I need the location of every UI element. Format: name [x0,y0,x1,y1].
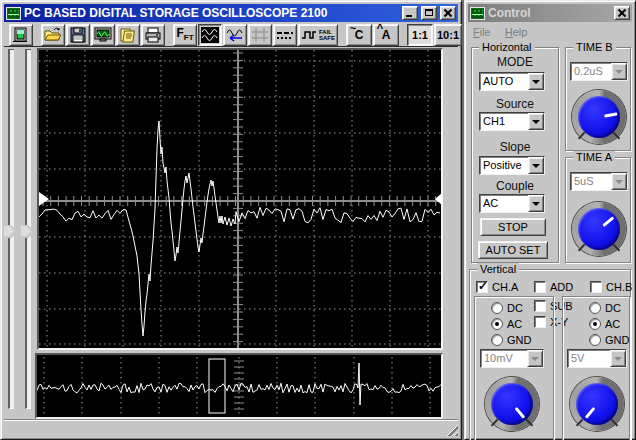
temperature-button[interactable]: ~C [346,24,372,46]
ch-b-subgroup: DC AC GND 5V [562,296,630,440]
radio-circle[interactable] [491,334,503,346]
time-b-knob[interactable] [572,90,626,144]
dropdown-arrow-icon [527,350,543,367]
dropdown-arrow-icon[interactable] [528,73,544,90]
copy-button[interactable] [116,24,140,46]
radio-circle[interactable] [491,318,503,330]
time-a-caption: TIME A [573,151,615,163]
ch-a-knob[interactable] [485,377,539,431]
menu-bar: File Help [469,23,631,40]
notes-icon [119,27,137,43]
ch-a-position-slider-thumb[interactable] [3,225,18,238]
maximize-button[interactable] [421,6,437,20]
mode-value: AUTO [480,73,528,90]
checkbox-box[interactable] [476,281,488,293]
time-b-group: TIME B 0.2uS [565,47,631,151]
add-checkbox-label: ADD [550,281,573,293]
app-icon [6,7,21,20]
time-a-group: TIME A 5uS [565,157,631,263]
oscilloscope-window: PC BASED DIGITAL STORAGE OSCILLOSCOPE 21… [0,0,462,440]
ratio-1-1-label: 1:1 [412,29,428,41]
control-close-button[interactable] [614,6,630,20]
dropdown-arrow-icon[interactable] [528,113,544,130]
minimize-button[interactable] [402,6,418,20]
control-title-bar[interactable]: Control [468,4,632,22]
menu-help[interactable]: Help [505,26,528,38]
time-b-value: 0.2uS [571,63,611,80]
failsafe-button[interactable]: FAILSAFE [298,24,338,46]
dropdown-arrow-icon[interactable] [528,157,544,174]
maximize-icon [425,9,433,16]
checkbox-box[interactable] [590,281,602,293]
ch-b-checkbox[interactable]: CH.B [590,280,632,293]
ch-b-gnd-label: GND [605,334,629,346]
exit-button[interactable] [9,24,33,46]
stop-button[interactable]: STOP [480,218,546,236]
ch-b-knob[interactable] [570,377,624,431]
ch-a-dc-radio[interactable]: DC [491,301,523,314]
display-settings-button[interactable] [91,24,115,46]
ch-a-range-select: 10mV [480,349,544,368]
dropdown-arrow-icon [610,350,626,367]
ch-b-dc-radio[interactable]: DC [589,301,621,314]
title-bar[interactable]: PC BASED DIGITAL STORAGE OSCILLOSCOPE 21… [4,4,458,22]
ch-a-gnd-radio[interactable]: GND [491,333,531,346]
close-button[interactable] [440,6,456,20]
ratio-1-1-button[interactable]: 1:1 [407,24,433,46]
mode-select[interactable]: AUTO [479,72,545,91]
grid-icon [251,27,269,43]
open-button[interactable] [41,24,65,46]
dashed-line-icon [276,27,294,43]
grid-toggle-button[interactable] [248,24,272,46]
fft-button[interactable]: FFT [173,24,197,46]
main-waveform-plot [39,50,441,348]
waveform-display-button[interactable] [198,24,222,46]
ch-b-range-select: 5V [567,349,627,368]
zoom-selection-rect[interactable] [209,359,225,413]
ch-a-subgroup: DC AC GND 10mV [474,296,554,440]
failsafe-label: FAILSAFE [319,29,335,41]
add-checkbox[interactable]: ADD [534,280,573,293]
minimize-icon [406,15,412,17]
resize-grip[interactable] [445,423,458,436]
ch-a-ac-radio[interactable]: AC [491,317,522,330]
radio-circle[interactable] [589,318,601,330]
radio-circle[interactable] [491,302,503,314]
save-icon [70,27,86,43]
monitor-icon [94,27,112,43]
zoom-display[interactable] [35,353,443,419]
ratio-10-1-button[interactable]: 10:1 [434,24,462,46]
zoom-waveform-plot[interactable] [37,355,441,417]
checkbox-box[interactable] [534,281,546,293]
slope-select[interactable]: Positive [479,156,545,175]
square-wave-icon [301,28,317,42]
save-button[interactable] [66,24,90,46]
dotted-line-button[interactable] [273,24,297,46]
ch-b-checkbox-label: CH.B [606,281,632,293]
couple-select[interactable]: AC [479,194,545,213]
source-label: Source [472,97,558,111]
fft-icon: FFT [176,28,193,43]
auto-set-button[interactable]: AUTO SET [478,241,548,259]
dropdown-arrow-icon[interactable] [528,195,544,212]
amplitude-button[interactable]: ^A [373,24,399,46]
menu-file[interactable]: File [473,26,491,38]
ch-b-range-value: 5V [568,350,610,367]
print-button[interactable] [141,24,165,46]
radio-circle[interactable] [589,302,601,314]
recall-waveform-button[interactable] [223,24,247,46]
mode-label: MODE [472,55,558,69]
time-a-knob[interactable] [572,202,626,256]
slope-label: Slope [472,140,558,154]
ch-a-dc-label: DC [507,302,523,314]
time-a-value: 5uS [571,173,611,190]
radio-circle[interactable] [589,334,601,346]
ch-b-position-slider-thumb[interactable] [20,225,35,238]
ch-b-ac-radio[interactable]: AC [589,317,620,330]
dual-trace-icon [201,27,219,43]
source-select[interactable]: CH1 [479,112,545,131]
ch-a-checkbox-label: CH.A [492,281,518,293]
ch-a-checkbox[interactable]: CH.A [476,280,518,293]
ch-b-gnd-radio[interactable]: GND [589,333,629,346]
source-value: CH1 [480,113,528,130]
